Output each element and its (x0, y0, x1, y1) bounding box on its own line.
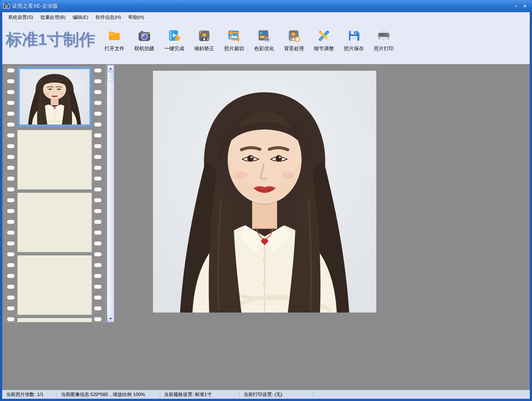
spec-headline: 标准1寸制作 (6, 29, 95, 50)
toolbar-button-color-optimize[interactable]: 色彩优化 (249, 25, 279, 62)
scroll-thumb-grip-icon (109, 76, 112, 78)
status-photo-count: 当前照片张数: 1/1 (2, 392, 57, 398)
toolbar-button-label: 照片保存 (344, 45, 364, 52)
toolbar-button-open-file[interactable]: 打开文件 (99, 25, 129, 62)
scroll-up-arrow-icon (109, 68, 112, 70)
photo-print-icon (377, 29, 391, 43)
tilt-correction-icon (197, 29, 211, 43)
menubar: 系统设置(S) 批量处理(B) 编辑(E) 软件信息(H) 帮助(H) (2, 12, 530, 22)
toolbar-button-tilt-correction[interactable]: 倾斜矫正 (189, 25, 219, 62)
filmstrip-scrollbar[interactable] (107, 65, 114, 322)
thumbnail-slot-empty[interactable] (17, 130, 92, 189)
one-click-finish-icon (167, 29, 181, 43)
photo-crop-icon (227, 29, 241, 43)
toolbar-button-label: 倾斜矫正 (194, 45, 214, 52)
background-process-icon (287, 29, 301, 43)
photo-save-icon (347, 29, 361, 43)
app-camera-icon (3, 2, 10, 10)
toolbar-button-detail-adjust[interactable]: 细节调整 (309, 25, 339, 62)
toolbar-button-one-click-finish[interactable]: 一键完成 (159, 25, 189, 62)
folder-open-icon (108, 29, 121, 43)
menu-item-help[interactable]: 帮助(H) (125, 13, 148, 22)
toolbar-button-label: 照片打印 (374, 45, 394, 52)
toolbar-button-label: 打开文件 (104, 45, 124, 52)
thumbnail-slot-empty[interactable] (17, 318, 92, 322)
scroll-down-arrow-icon (109, 318, 112, 320)
scroll-up-button[interactable] (107, 65, 114, 72)
close-button[interactable]: ✕ (520, 2, 529, 10)
window-title: 证照之星XE-企业版 (12, 2, 58, 10)
menu-item-system-settings[interactable]: 系统设置(S) (4, 13, 37, 22)
toolbar-button-photo-save[interactable]: 照片保存 (339, 25, 369, 62)
titlebar: 证照之星XE-企业版 – ✕ (0, 0, 532, 12)
status-image-info: 当前图像信息:520*560，缩放比例 100% (57, 392, 160, 398)
camera-capture-icon (137, 29, 151, 43)
filmstrip-panel (3, 65, 106, 322)
thumbnail-slot-empty[interactable] (17, 193, 92, 252)
app-window: { "window": { "title": "证照之星XE-企业版", "mi… (0, 0, 532, 401)
menu-item-software-info[interactable]: 软件信息(H) (92, 13, 125, 22)
toolbar-button-label: 色彩优化 (254, 45, 274, 52)
detail-adjust-icon (317, 29, 331, 43)
thumbnail-portrait-photo (20, 69, 89, 125)
toolbar-button-background-process[interactable]: 背景处理 (279, 25, 309, 62)
film-sprockets-left (5, 65, 16, 322)
filmstrip-slots (17, 65, 92, 322)
statusbar: 当前照片张数: 1/1 当前图像信息:520*560，缩放比例 100% 当前规… (2, 390, 530, 399)
toolbar-button-label: 细节调整 (314, 45, 334, 52)
toolbar-buttons: 打开文件 联机拍摄 一键完成 倾斜矫正 照片裁切 (99, 25, 399, 62)
status-print-setting: 当前打印设置: (无) (240, 392, 313, 398)
thumbnail-slot-selected[interactable] (17, 67, 92, 127)
toolbar-button-label: 一键完成 (164, 45, 184, 52)
thumbnail-slot-empty[interactable] (17, 255, 92, 315)
film-sprockets-right (92, 65, 103, 322)
toolbar-button-camera-capture[interactable]: 联机拍摄 (129, 25, 159, 62)
color-optimize-icon (257, 29, 271, 43)
menu-item-batch-process[interactable]: 批量处理(B) (37, 13, 69, 22)
toolbar-button-label: 照片裁切 (224, 45, 244, 52)
photo-preview[interactable] (153, 71, 376, 313)
scroll-down-button[interactable] (107, 315, 114, 322)
menu-item-edit[interactable]: 编辑(E) (69, 13, 92, 22)
toolbar-button-photo-print[interactable]: 照片打印 (369, 25, 399, 62)
toolbar: 标准1寸制作 打开文件 联机拍摄 一键完成 倾斜矫正 (2, 22, 530, 64)
toolbar-button-label: 背景处理 (284, 45, 304, 52)
main-canvas (2, 64, 530, 390)
portrait-photo (153, 71, 376, 313)
toolbar-button-label: 联机拍摄 (134, 45, 154, 52)
scroll-thumb[interactable] (108, 72, 114, 81)
toolbar-button-photo-crop[interactable]: 照片裁切 (219, 25, 249, 62)
status-spec-setting: 当前规格设置: 标准1寸 (160, 392, 240, 398)
minimize-button[interactable]: – (511, 2, 520, 10)
